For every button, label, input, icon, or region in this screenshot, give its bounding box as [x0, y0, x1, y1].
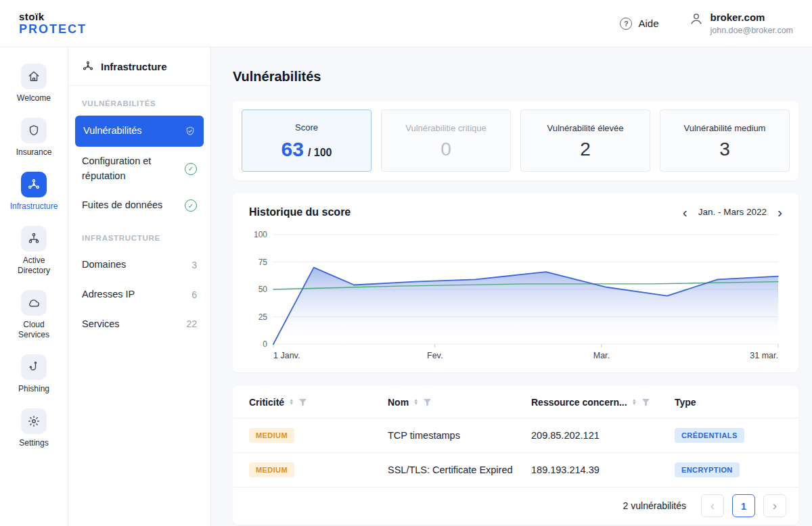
rail-label: Insurance — [9, 147, 59, 158]
score-history-chart: 02550751001 Janv.Fev.Mar.31 mar. — [249, 228, 782, 363]
pagination-prev-button[interactable]: ‹ — [701, 494, 724, 517]
score-value: 63 — [281, 139, 304, 160]
rail-label: Settings — [9, 438, 59, 448]
stat-label: Vulnérabilité medium — [684, 123, 766, 133]
section-label-vulnerabilites: VULNÉRABILITÉS — [68, 86, 210, 116]
row-count: 2 vulnérabilités — [623, 500, 686, 511]
adresses-ip-count: 6 — [191, 289, 197, 300]
section-label-infrastructure: INFRASTRUCTURE — [68, 220, 210, 250]
sidebar-title: Infrastructure — [101, 61, 167, 72]
network-icon — [21, 172, 47, 197]
resource-value: 209.85.202.121 — [531, 430, 675, 441]
sidebar-item-welcome[interactable]: Welcome — [0, 64, 68, 103]
logo-text-protect: PROTECT — [19, 23, 87, 35]
sidebar-item-settings[interactable]: Settings — [0, 408, 68, 448]
chart-title: Historique du score — [249, 206, 351, 218]
stat-value-row: 63 / 100 — [281, 139, 332, 160]
sidebar-item-configuration-reputation[interactable]: Configuration et réputation ✓ — [68, 147, 210, 191]
pagination-next-button[interactable]: › — [763, 494, 786, 517]
type-badge: ENCRYPTION — [675, 462, 740, 477]
stoik-protect-logo[interactable]: stoïk PROTECT — [19, 11, 87, 35]
sidebar-item-active-directory[interactable]: Active Directory — [0, 226, 68, 276]
main-content: Vulnérabilités Score 63 / 100 Vulnérabil… — [211, 47, 812, 526]
sort-icon[interactable]: ▲ ▼ — [413, 399, 418, 405]
period-label: Jan. - Mars 2022 — [698, 207, 767, 217]
check-circle-icon: ✓ — [185, 199, 197, 212]
primary-nav-rail: Welcome Insurance Infrastructure — [0, 47, 68, 526]
svg-text:Mar.: Mar. — [593, 351, 610, 360]
stat-label: Vulnérabilitie critique — [405, 123, 486, 133]
score-history-panel: Historique du score ‹ Jan. - Mars 2022 ›… — [233, 193, 798, 373]
stat-label: Vulnérabilité élevée — [547, 123, 624, 133]
sidebar-item-vulnerabilites[interactable]: Vulnérabilités — [75, 116, 204, 147]
logo-text-stoik: stoïk — [19, 11, 87, 22]
svg-text:0: 0 — [263, 339, 267, 349]
top-bar: stoïk PROTECT ? Aide broker.com john.doe… — [0, 0, 812, 47]
app-window: stoïk PROTECT ? Aide broker.com john.doe… — [0, 0, 812, 526]
table-footer: 2 vulnérabilités ‹ 1 › — [233, 487, 798, 524]
stat-card-critique[interactable]: Vulnérabilitie critique 0 — [381, 110, 511, 172]
shield-check-icon — [185, 125, 196, 137]
help-button[interactable]: ? Aide — [620, 18, 658, 30]
table-row[interactable]: MEDIUM SSL/TLS: Certificate Expired 189.… — [233, 453, 798, 487]
vulnerability-name: TCP timestamps — [388, 430, 531, 441]
svg-text:31 mar.: 31 mar. — [750, 351, 778, 360]
domaines-count: 3 — [191, 260, 197, 270]
stat-card-score[interactable]: Score 63 / 100 — [242, 110, 371, 172]
sidebar-item-cloud-services[interactable]: Cloud Services — [0, 290, 68, 340]
filter-icon[interactable] — [423, 398, 432, 406]
user-icon — [689, 11, 704, 26]
column-label: Criticité — [249, 397, 284, 408]
column-header-type: Type — [675, 397, 782, 408]
column-label: Nom — [388, 397, 409, 408]
svg-text:100: 100 — [254, 230, 267, 239]
sidebar-item-services[interactable]: Services 22 — [68, 310, 210, 339]
topbar-right: ? Aide broker.com john.doe@broker.com — [620, 11, 793, 35]
sidebar-item-phishing[interactable]: Phishing — [0, 354, 68, 394]
stat-card-medium[interactable]: Vulnérabilité medium 3 — [660, 110, 790, 172]
home-icon — [21, 64, 47, 89]
chevron-right-icon[interactable]: › — [777, 207, 782, 218]
severity-badge: MEDIUM — [249, 428, 294, 443]
column-label: Type — [675, 397, 696, 408]
sort-icon[interactable]: ▲ ▼ — [632, 399, 637, 405]
chevron-left-icon[interactable]: ‹ — [683, 207, 687, 218]
vulnerability-name: SSL/TLS: Certificate Expired — [388, 464, 531, 475]
question-circle-icon: ? — [620, 18, 632, 30]
stat-value: 0 — [441, 140, 451, 159]
stat-card-elevee[interactable]: Vulnérabilité élevée 2 — [520, 110, 650, 172]
sidebar-item-domaines[interactable]: Domaines 3 — [68, 250, 210, 280]
account-menu[interactable]: broker.com john.doe@broker.com — [689, 11, 793, 35]
sidebar-item-fuites-de-donnees[interactable]: Fuites de données ✓ — [68, 191, 210, 220]
stat-value: 2 — [580, 140, 591, 159]
sidebar-item-adresses-ip[interactable]: Adresses IP 6 — [68, 280, 210, 310]
account-email: john.doe@broker.com — [710, 26, 793, 35]
fishing-hook-icon — [21, 354, 47, 380]
check-circle-icon: ✓ — [185, 163, 197, 175]
page-title: Vulnérabilités — [233, 69, 798, 85]
table-row[interactable]: MEDIUM TCP timestamps 209.85.202.121 CRÉ… — [233, 419, 798, 453]
shield-icon — [21, 118, 47, 143]
network-icon — [82, 60, 94, 72]
column-header-criticite: Criticité ▲ ▼ — [249, 397, 388, 408]
account-texts: broker.com john.doe@broker.com — [710, 11, 793, 35]
score-suffix: / 100 — [308, 147, 332, 159]
svg-text:1 Janv.: 1 Janv. — [273, 351, 300, 360]
services-count: 22 — [186, 318, 197, 329]
svg-text:25: 25 — [258, 312, 268, 322]
sort-icon[interactable]: ▲ ▼ — [289, 399, 294, 405]
filter-icon[interactable] — [641, 398, 650, 406]
stat-value: 3 — [719, 140, 730, 159]
chart-header: Historique du score ‹ Jan. - Mars 2022 › — [249, 206, 782, 218]
sidebar-item-infrastructure[interactable]: Infrastructure — [0, 172, 68, 212]
rail-label: Phishing — [9, 384, 59, 394]
vulnerabilities-table: Criticité ▲ ▼ Nom ▲ ▼ — [233, 386, 798, 525]
stat-label: Score — [295, 122, 318, 133]
column-header-nom: Nom ▲ ▼ — [388, 397, 531, 408]
filter-icon[interactable] — [298, 398, 307, 406]
pagination-page-1-button[interactable]: 1 — [732, 494, 755, 517]
cloud-icon — [21, 290, 47, 316]
svg-text:75: 75 — [258, 258, 268, 267]
sidebar-item-insurance[interactable]: Insurance — [0, 118, 68, 158]
window-body: Welcome Insurance Infrastructure — [0, 47, 812, 526]
